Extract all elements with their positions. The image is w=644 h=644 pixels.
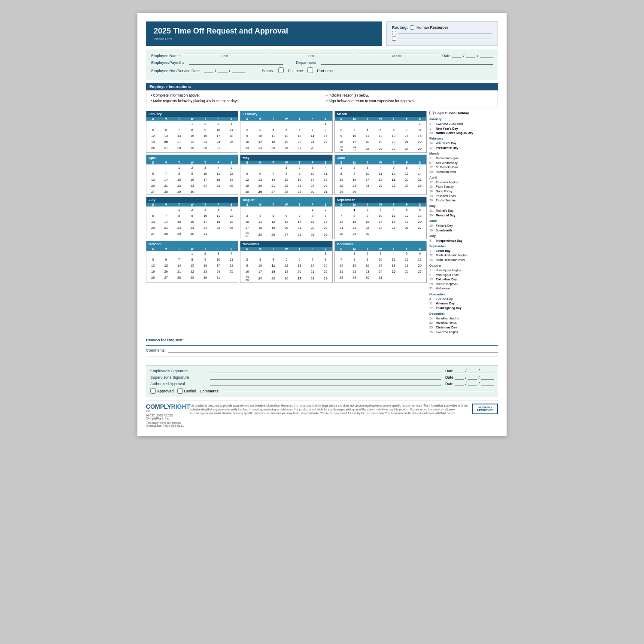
denied-text: Denied	[184, 389, 197, 393]
routing-box: Routing: Human Resources	[386, 21, 498, 46]
name-row: Employee Name Last First Middle Date / /	[151, 54, 493, 58]
november-header: November	[240, 241, 332, 247]
october-days-header: SMTWTFS	[146, 247, 238, 251]
holiday-fathers-day: 15Father's Day	[429, 224, 498, 228]
holiday-title-june: June	[429, 219, 498, 223]
authorized-sig-line	[210, 386, 441, 386]
name-label: Employee Name	[151, 54, 180, 58]
holidays-sidebar: Legal Public Holiday January 1Kwanzaa 20…	[429, 111, 498, 334]
holiday-title-november: November	[429, 292, 498, 296]
holiday-good-friday: 18Good Friday	[429, 189, 498, 193]
reason-label: Reason for Request:	[146, 338, 184, 342]
authorized-sig-label: Authorized Approval	[150, 382, 206, 386]
cal-row-4: October SMTWTFS 1234 567891011 121314151…	[146, 241, 427, 283]
holiday-independence-day: 4Independence Day	[429, 239, 498, 243]
approved-label[interactable]: Approved	[150, 388, 174, 394]
holiday-ramadan-begins: 1Ramadan begins	[429, 156, 498, 160]
parttime-checkbox[interactable]	[307, 67, 313, 73]
holiday-columbus: 13Columbus Day	[429, 277, 498, 281]
holiday-title-september: September	[429, 244, 498, 248]
approval-comments-line	[223, 391, 494, 391]
routing-label: Routing:	[392, 25, 408, 30]
december-days-header: SMTWTFS	[335, 247, 426, 251]
holiday-presidents: 17Presidents' Day	[429, 146, 498, 150]
calendar-area: January SMTWTFS 1234 567891011 121314151…	[146, 111, 498, 334]
attorney-bottom: APPROVED	[476, 409, 495, 412]
last-label: Last	[184, 54, 266, 58]
may-grid: 1234 567891011 12131415161718 1920212223…	[240, 164, 332, 194]
approved-checkbox[interactable]	[150, 388, 156, 394]
denied-checkbox[interactable]	[177, 388, 183, 394]
status-label: Status:	[262, 69, 274, 73]
employee-date-area: Date / /	[445, 369, 494, 373]
comments-row: Comments:	[146, 348, 498, 352]
august-days-header: SMTWTFS	[240, 203, 332, 207]
routing-row-3	[392, 36, 492, 41]
holiday-title-april: April	[429, 176, 498, 179]
date-label: Date	[442, 54, 450, 58]
legal-holiday-checkbox[interactable]	[429, 111, 434, 115]
october-header: October	[146, 241, 238, 247]
routing-hr-label: Human Resources	[416, 25, 449, 30]
employee-sig-line	[210, 373, 441, 373]
supervisor-sig-label: Supervisor's Signature	[150, 375, 206, 380]
january-header: January	[146, 111, 238, 117]
approval-comments-label: Comments:	[200, 389, 219, 393]
routing-hr-checkbox[interactable]	[410, 25, 414, 30]
reason-section: Reason for Request:	[146, 338, 498, 346]
date-field: Date / /	[442, 54, 493, 58]
instructions-left: • Complete information above. • Make req…	[151, 93, 318, 104]
routing-header-row: Routing: Human Resources	[392, 25, 492, 30]
holiday-christmas: 25Christmas Day	[429, 325, 498, 329]
holiday-title-february: February	[429, 137, 498, 140]
instruction-3: • Indicate reason(s) below.	[326, 93, 493, 97]
employee-sig-label: Employee's Signature	[150, 369, 206, 373]
date-year	[480, 58, 493, 58]
january-days-header: SMTWTFS	[146, 117, 238, 121]
routing-checkbox-3[interactable]	[392, 36, 396, 41]
routing-checkbox-2[interactable]	[392, 31, 396, 35]
may-header: May	[240, 155, 332, 161]
instructions-body: • Complete information above. • Make req…	[146, 90, 498, 107]
authorized-date-area: Date / /	[445, 382, 494, 386]
hire-date-label: Employee Hire/Service Date	[151, 69, 200, 73]
calendar-july: July SMTWTFS 12345 6789101112 1314151617…	[146, 197, 238, 239]
approval-row: Approved Denied Comments:	[150, 388, 494, 394]
february-days-header: SMTWTFS	[240, 117, 332, 121]
holiday-st-patricks: 17St. Patrick's Day	[429, 165, 498, 169]
name-middle-group: Middle	[356, 54, 437, 58]
holiday-title-may: May	[429, 204, 498, 208]
calendar-december: December SMTWTFS 123456 78910111213 1415…	[334, 241, 427, 283]
signatures-section: Employee's Signature Date / / Supervisor…	[146, 365, 498, 397]
reason-line	[186, 342, 498, 342]
supervisor-date-area: Date / /	[445, 375, 494, 380]
employee-sig-row: Employee's Signature Date / /	[150, 369, 494, 373]
holiday-diwali: 20Diwali/Deepavali	[429, 282, 498, 286]
calendar-september: September SMTWTFS 123456 78910111213 141…	[334, 197, 427, 239]
holiday-passover-begins: 12Passover begins	[429, 180, 498, 184]
name-last-group: Last	[184, 54, 266, 58]
denied-label[interactable]: Denied	[177, 388, 197, 394]
holiday-hanukkah-begins: 14Hanukkah begins	[429, 316, 498, 320]
calendar-june: June SMTWTFS 1234567 891011121314 151617…	[334, 155, 427, 195]
april-header: April	[146, 155, 238, 161]
first-label: First	[270, 54, 352, 58]
fulltime-checkbox[interactable]	[278, 67, 284, 73]
calendar-january: January SMTWTFS 1234 567891011 121314151…	[146, 111, 238, 153]
routing-row-2	[392, 31, 492, 35]
hire-date-field: / /	[204, 69, 245, 73]
holiday-memorial-day: 26Memorial Day	[429, 213, 498, 217]
november-grid: 1 2345678 9101112131415 16171819202122 2…	[240, 251, 332, 283]
fulltime-label: Full-time	[288, 69, 303, 73]
holiday-new-years: 1New Year's Day	[429, 127, 498, 131]
legal-holiday-header: Legal Public Holiday	[429, 111, 498, 115]
cal-row-2: April SMTWTFS 12345 6789101112 131415161…	[146, 155, 427, 195]
holiday-juneteenth: 19Juneteenth	[429, 228, 498, 232]
date-slash-1: /	[463, 54, 465, 58]
instruction-1: • Complete information above.	[151, 93, 318, 97]
july-grid: 12345 6789101112 13141516171819 20212223…	[146, 207, 238, 237]
employee-info-section: Employee Name Last First Middle Date / /	[146, 49, 498, 80]
payroll-label: Employee/Payroll #	[151, 61, 185, 65]
holiday-easter: 20Easter Sunday	[429, 198, 498, 202]
january-grid: 1234 567891011 12131415161718 1920212223…	[146, 121, 238, 151]
